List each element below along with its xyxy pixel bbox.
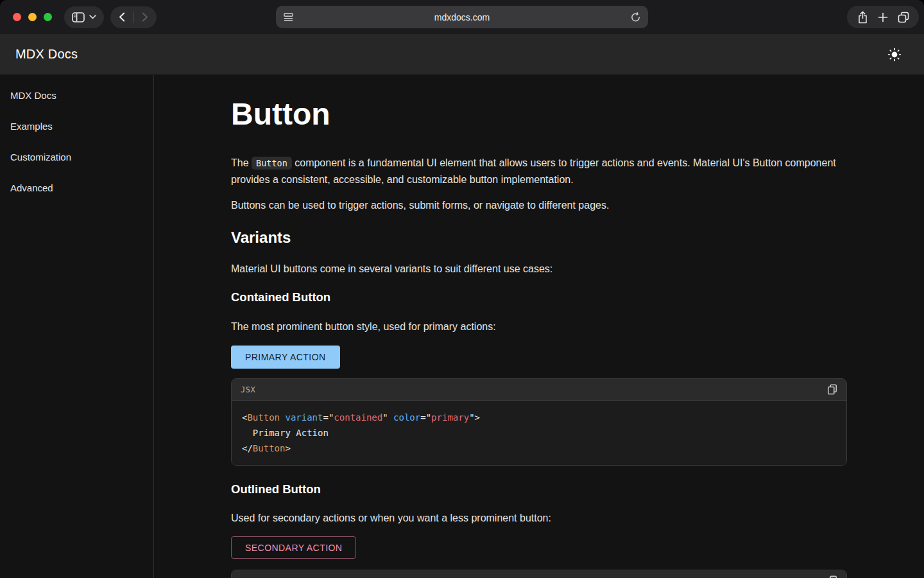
copy-code-button[interactable] (827, 384, 837, 395)
browser-toolbar: mdxdocs.com (0, 0, 924, 34)
outlined-button-desc: Used for secondary actions or when you w… (231, 510, 847, 526)
address-bar[interactable]: mdxdocs.com (276, 6, 648, 28)
navigation-buttons (110, 6, 157, 28)
minimize-window-button[interactable] (28, 13, 37, 21)
sidebar-icon (72, 12, 85, 22)
variants-heading: Variants (231, 228, 847, 247)
code-block-contained: JSX <Button variant="contained" color="p… (231, 378, 847, 466)
sidebar-nav: MDX Docs Examples Customization Advanced (0, 75, 154, 578)
theme-toggle-button[interactable] (883, 43, 906, 66)
secondary-action-button[interactable]: Secondary Action (231, 536, 356, 559)
browser-window: mdxdocs.com (0, 0, 924, 578)
url-text: mdxdocs.com (293, 12, 631, 22)
window-controls (13, 13, 52, 21)
usage-paragraph: Buttons can be used to trigger actions, … (231, 197, 847, 213)
close-window-button[interactable] (13, 13, 21, 21)
sidebar-item-mdx-docs[interactable]: MDX Docs (0, 80, 153, 110)
intro-text-pre: The (231, 157, 252, 168)
intro-paragraph: The Button component is a fundamental UI… (231, 155, 847, 188)
inline-code-button: Button (252, 157, 292, 170)
outlined-button-heading: Outlined Button (231, 482, 847, 496)
contained-button-desc: The most prominent button style, used fo… (231, 319, 847, 335)
back-button[interactable] (111, 6, 133, 28)
copy-icon (827, 384, 837, 395)
zoom-window-button[interactable] (44, 13, 52, 21)
toolbar-right-group (847, 6, 919, 28)
reload-icon[interactable] (631, 12, 640, 22)
chevron-down-icon (89, 15, 96, 19)
sidebar-item-examples[interactable]: Examples (0, 110, 153, 141)
doc-content: Button The Button component is a fundame… (154, 75, 924, 578)
sidebar-item-advanced[interactable]: Advanced (0, 172, 153, 203)
sidebar-item-customization[interactable]: Customization (0, 141, 153, 172)
sidebar-toggle-button[interactable] (64, 6, 104, 28)
variants-intro: Material UI buttons come in several vari… (231, 261, 847, 277)
copy-code-button[interactable] (827, 575, 837, 578)
site-header: MDX Docs (0, 34, 924, 75)
tab-overview-icon[interactable] (898, 12, 909, 23)
page-title: Button (231, 96, 847, 132)
code-block-header: JSX (232, 379, 846, 401)
share-icon[interactable] (857, 11, 868, 24)
code-language-label: JSX (241, 385, 255, 394)
intro-text-post: component is a fundamental UI element th… (231, 157, 836, 185)
primary-action-button[interactable]: Primary Action (231, 346, 340, 369)
reader-icon[interactable] (284, 13, 293, 22)
page-body: MDX Docs Examples Customization Advanced… (0, 75, 924, 578)
code-block-header: JSX (232, 570, 846, 578)
forward-button[interactable] (134, 6, 157, 28)
new-tab-icon[interactable] (878, 12, 888, 22)
code-block-outlined: JSX (231, 570, 847, 578)
sun-icon (887, 48, 902, 62)
copy-icon (827, 575, 837, 578)
site-title: MDX Docs (15, 47, 78, 62)
contained-button-heading: Contained Button (231, 290, 847, 304)
code-content: <Button variant="contained" color="prima… (232, 401, 846, 465)
